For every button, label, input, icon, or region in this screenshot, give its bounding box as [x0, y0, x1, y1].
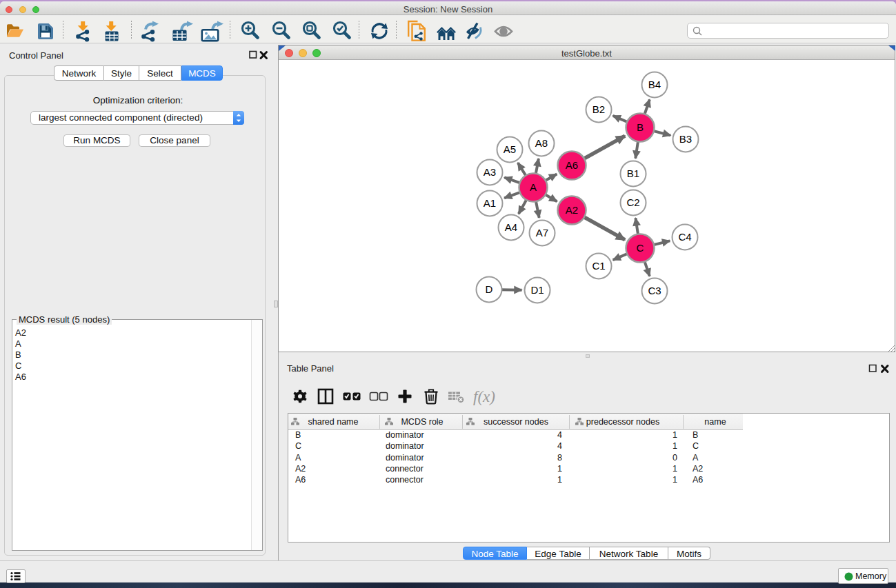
svg-text:A3: A3 — [484, 166, 496, 178]
svg-text:B4: B4 — [648, 79, 661, 90]
svg-text:A1: A1 — [484, 197, 496, 209]
svg-text:B2: B2 — [593, 103, 605, 115]
svg-text:C3: C3 — [648, 285, 661, 296]
svg-text:A6: A6 — [566, 159, 578, 171]
svg-text:C2: C2 — [626, 196, 639, 208]
svg-text:A: A — [530, 181, 537, 193]
svg-text:D: D — [486, 283, 493, 295]
svg-text:C: C — [637, 242, 644, 254]
svg-text:B: B — [637, 121, 644, 133]
svg-text:D1: D1 — [530, 284, 544, 296]
svg-text:A8: A8 — [535, 137, 548, 149]
svg-text:B3: B3 — [679, 133, 692, 145]
svg-text:A4: A4 — [505, 221, 517, 233]
svg-text:A7: A7 — [536, 227, 548, 239]
svg-text:C1: C1 — [592, 260, 605, 272]
svg-text:B1: B1 — [627, 168, 639, 179]
svg-text:f(x): f(x) — [473, 388, 495, 405]
svg-text:A5: A5 — [504, 143, 516, 155]
svg-text:A2: A2 — [566, 204, 578, 216]
svg-text:C4: C4 — [678, 231, 691, 243]
